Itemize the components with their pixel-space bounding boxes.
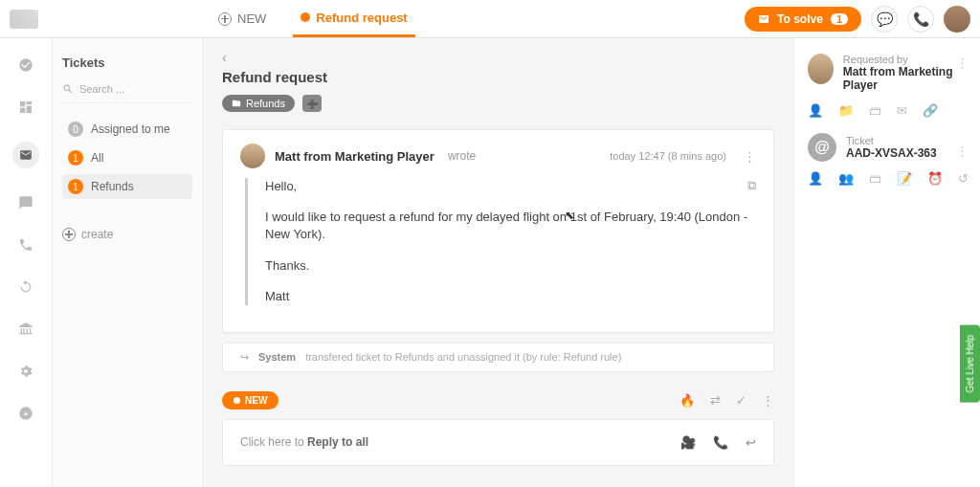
back-button[interactable]: ‹ xyxy=(222,50,227,65)
nav-rail xyxy=(0,38,53,487)
status-actions: 🔥 ⇄ ✓ ⋮ xyxy=(679,393,774,408)
message-menu-icon[interactable]: ⋮ xyxy=(744,149,756,164)
new-tab[interactable]: NEW xyxy=(211,2,274,35)
filter-label: Assigned to me xyxy=(91,122,170,136)
clock-icon[interactable]: ⏰ xyxy=(927,171,943,186)
create-button[interactable]: create xyxy=(62,228,192,241)
ticket-actions: 👤 👥 🗃 📝 ⏰ ↺ xyxy=(808,171,967,186)
ticket-label: Ticket xyxy=(846,135,937,146)
active-tab-label: Refund request xyxy=(316,11,407,25)
system-text: transfered ticket to Refunds and unassig… xyxy=(305,351,621,363)
filter-assigned[interactable]: 0 Assigned to me xyxy=(62,117,192,142)
add-tag-button[interactable]: ➕ xyxy=(302,95,322,112)
person-icon[interactable]: 👤 xyxy=(808,103,823,118)
panel-menu-icon[interactable]: ⋮ xyxy=(956,55,969,70)
reply-prompt: Click here to Reply to all xyxy=(240,435,368,449)
rail-mail-icon[interactable] xyxy=(12,142,39,168)
rail-check-icon[interactable] xyxy=(18,57,33,73)
sidebar-title: Tickets xyxy=(62,55,192,70)
history-icon[interactable]: ↺ xyxy=(958,171,969,186)
fire-icon[interactable]: 🔥 xyxy=(679,393,695,408)
ticket-code: AAD-XVSAX-363 xyxy=(846,146,937,160)
reply-icon[interactable]: ↩ xyxy=(746,435,756,450)
status-label: NEW xyxy=(245,395,267,406)
filter-refunds[interactable]: 1 Refunds xyxy=(62,174,192,199)
msg-line: Hello, xyxy=(265,178,756,195)
rail-loading-icon[interactable] xyxy=(18,279,33,295)
transfer-icon: ↪ xyxy=(240,351,249,364)
link-icon[interactable]: 🔗 xyxy=(923,103,938,118)
filter-label: All xyxy=(91,151,103,165)
note-icon[interactable]: 📝 xyxy=(897,171,912,186)
plus-icon xyxy=(218,12,232,26)
filter-list: 0 Assigned to me 1 All 1 Refunds xyxy=(62,117,192,199)
header-tabs: NEW Refund request xyxy=(211,1,415,37)
reply-box[interactable]: Click here to Reply to all 🎥 📞 ↩ xyxy=(222,419,774,466)
filter-label: Refunds xyxy=(91,180,134,193)
search-input[interactable]: Search ... xyxy=(62,79,192,103)
envelope-icon xyxy=(758,13,769,25)
rail-settings-icon[interactable] xyxy=(18,364,33,379)
mail-icon[interactable]: ✉ xyxy=(897,103,907,118)
video-icon[interactable]: 🎥 xyxy=(680,435,696,450)
tag-refunds[interactable]: Refunds xyxy=(222,95,295,112)
filter-count: 1 xyxy=(68,179,83,194)
cursor-icon: ⬉ xyxy=(565,209,574,222)
tab-refund-request[interactable]: Refund request xyxy=(293,1,414,37)
app-header: NEW Refund request To solve 1 💬 📞 xyxy=(0,0,980,38)
user-avatar[interactable] xyxy=(944,6,970,33)
folder-icon xyxy=(232,99,241,108)
chat-button[interactable]: 💬 xyxy=(871,6,898,33)
rail-dashboard-icon[interactable] xyxy=(18,100,33,115)
person-icon[interactable]: 👤 xyxy=(808,171,823,186)
tag-label: Refunds xyxy=(246,98,285,109)
msg-line: Thanks. xyxy=(265,257,756,275)
requester-avatar[interactable] xyxy=(808,54,834,84)
search-placeholder: Search ... xyxy=(79,83,124,95)
app-logo[interactable] xyxy=(10,10,38,29)
rail-chat-icon[interactable] xyxy=(18,195,33,210)
to-solve-button[interactable]: To solve 1 xyxy=(745,7,861,32)
rail-bank-icon[interactable] xyxy=(18,321,33,337)
wrote-label: wrote xyxy=(448,149,476,163)
transfer-icon[interactable]: ⇄ xyxy=(710,393,721,408)
ticket-title: Refund request xyxy=(222,69,774,85)
requested-label: Requested by xyxy=(843,54,967,65)
sender-name: Matt from Marketing Player xyxy=(275,149,434,164)
message-card: Matt from Marketing Player wrote today 1… xyxy=(222,129,774,333)
archive-icon[interactable]: 🗃 xyxy=(869,171,881,186)
message-time: today 12:47 (8 mins ago) xyxy=(610,150,726,162)
rail-phone-icon[interactable] xyxy=(18,237,33,253)
requester-name: Matt from Marketing Player xyxy=(843,65,967,92)
msg-line: I would like to request a refund for my … xyxy=(265,209,756,243)
tickets-sidebar: Tickets Search ... 0 Assigned to me 1 Al… xyxy=(53,38,203,487)
tag-row: Refunds ➕ xyxy=(222,95,774,112)
requester-actions: 👤 📁 🗃 ✉ 🔗 xyxy=(808,103,967,118)
to-solve-label: To solve xyxy=(777,12,823,26)
live-help-tab[interactable]: Get Live Help xyxy=(960,325,980,403)
panel-menu-icon[interactable]: ⋮ xyxy=(956,144,969,158)
at-icon: @ xyxy=(808,133,836,162)
group-icon[interactable]: 👥 xyxy=(838,171,854,186)
archive-icon[interactable]: 🗃 xyxy=(869,103,881,118)
more-icon[interactable]: ⋮ xyxy=(762,393,774,408)
reply-prefix: Click here to xyxy=(240,435,307,449)
phone-icon[interactable]: 📞 xyxy=(713,435,728,450)
sender-avatar[interactable] xyxy=(240,144,265,168)
status-new-pill[interactable]: NEW xyxy=(222,391,278,410)
rail-star-icon[interactable] xyxy=(18,406,33,421)
message-body: ⧉ Hello, I would like to request a refun… xyxy=(245,178,756,305)
search-icon xyxy=(62,83,74,95)
filter-all[interactable]: 1 All xyxy=(62,145,192,170)
message-header: Matt from Marketing Player wrote today 1… xyxy=(240,144,756,168)
status-dot-icon xyxy=(301,12,310,22)
filter-count: 0 xyxy=(68,122,83,137)
status-row: NEW 🔥 ⇄ ✓ ⋮ xyxy=(222,382,774,419)
ticket-main: ‹ Refund request Refunds ➕ Matt from Mar… xyxy=(203,38,793,487)
folder-icon[interactable]: 📁 xyxy=(838,103,854,118)
check-icon[interactable]: ✓ xyxy=(736,393,746,408)
expand-icon[interactable]: ⧉ xyxy=(747,178,756,193)
call-button[interactable]: 📞 xyxy=(907,6,934,33)
new-tab-label: NEW xyxy=(237,11,266,26)
reply-action: Reply to all xyxy=(307,435,368,449)
